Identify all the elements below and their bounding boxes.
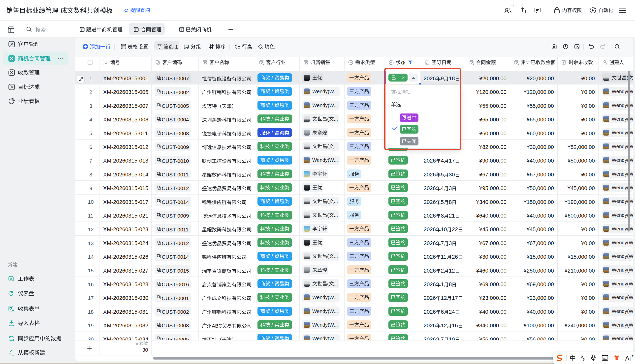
svg-text:1: 1 xyxy=(103,60,104,62)
svg-text:2: 2 xyxy=(103,62,104,65)
